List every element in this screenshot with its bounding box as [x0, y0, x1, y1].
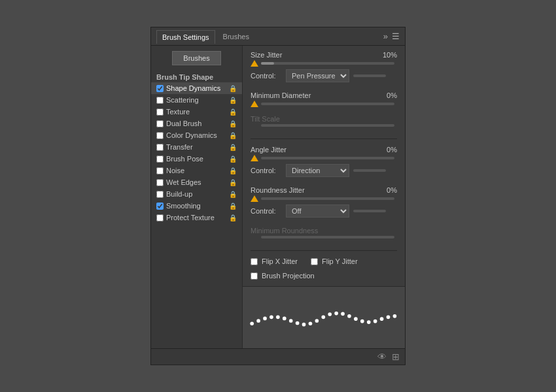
control3-select[interactable]: Off Fade Pen Pressure [286, 204, 349, 218]
menu-icon[interactable]: ☰ [392, 31, 400, 41]
min-diameter-value: 0% [371, 91, 397, 99]
size-jitter-slider[interactable] [261, 62, 394, 65]
sidebar-item-protect-texture[interactable]: Protect Texture 🔒 [151, 212, 242, 223]
tab-brushes[interactable]: Brushes [218, 30, 254, 43]
label-dual-brush: Dual Brush [166, 120, 226, 127]
label-color-dynamics: Color Dynamics [166, 131, 226, 139]
brush-tip-shape-label: Brush Tip Shape [151, 71, 242, 82]
flip-x-row: Flip X Jitter [251, 257, 298, 265]
checkbox-dual-brush[interactable] [156, 120, 164, 127]
eye-icon[interactable]: 👁 [377, 351, 387, 362]
sidebar-item-texture[interactable]: Texture 🔒 [151, 106, 242, 118]
sidebar-item-dual-brush[interactable]: Dual Brush 🔒 [151, 118, 242, 129]
angle-jitter-slider[interactable] [261, 157, 394, 159]
label-protect-texture: Protect Texture [166, 214, 226, 221]
brush-projection-checkbox[interactable] [251, 272, 258, 280]
min-roundness-row: Minimum Roundness [251, 227, 397, 235]
checkbox-scattering[interactable] [156, 97, 164, 104]
svg-point-4 [276, 315, 280, 319]
tilt-scale-slider [261, 124, 394, 127]
min-roundness-label: Minimum Roundness [251, 227, 329, 235]
label-wet-edges: Wet Edges [166, 178, 226, 186]
checkbox-texture[interactable] [156, 108, 164, 116]
sidebar-item-noise[interactable]: Noise 🔒 [151, 165, 242, 176]
control1-row: Control: Off Fade Pen Pressure Pen Tilt … [251, 69, 397, 82]
control2-row: Control: Off Fade Direction Pen Pressure [251, 164, 397, 177]
checkbox-color-dynamics[interactable] [156, 132, 164, 139]
sidebar-item-color-dynamics[interactable]: Color Dynamics 🔒 [151, 129, 242, 141]
flip-x-checkbox[interactable] [251, 258, 258, 265]
control1-select[interactable]: Off Fade Pen Pressure Pen Tilt Stylus Wh… [286, 69, 349, 82]
lock-icon-build-up: 🔒 [229, 191, 237, 198]
svg-point-0 [250, 321, 254, 325]
label-smoothing: Smoothing [166, 202, 226, 210]
lock-icon-wet-edges: 🔒 [229, 179, 237, 186]
tilt-scale-slider-row [251, 124, 397, 127]
control2-select[interactable]: Off Fade Direction Pen Pressure [286, 164, 349, 177]
checkbox-wet-edges[interactable] [156, 179, 164, 186]
panel-footer: 👁 ⊞ [151, 348, 405, 365]
label-shape-dynamics: Shape Dynamics [166, 84, 226, 92]
control3-mini-slider[interactable] [353, 210, 386, 212]
forward-icon[interactable]: » [383, 31, 388, 41]
checkbox-smoothing[interactable] [156, 203, 164, 210]
svg-point-15 [347, 314, 351, 318]
min-diameter-slider-row [251, 101, 397, 107]
warning-triangle-roundness [251, 195, 258, 202]
svg-point-10 [315, 319, 319, 323]
lock-icon-color-dynamics: 🔒 [229, 132, 237, 139]
label-scattering: Scattering [166, 96, 226, 104]
lock-icon-brush-pose: 🔒 [229, 155, 237, 163]
brush-stroke [250, 312, 396, 327]
size-jitter-fill [261, 62, 274, 65]
control2-mini-slider[interactable] [353, 169, 386, 172]
sidebar-item-wet-edges[interactable]: Wet Edges 🔒 [151, 176, 242, 188]
svg-point-13 [334, 312, 338, 316]
label-brush-pose: Brush Pose [166, 155, 226, 163]
svg-point-11 [321, 315, 325, 319]
brushes-button[interactable]: Brushes [172, 51, 220, 65]
tab-brush-settings[interactable]: Brush Settings [156, 30, 215, 44]
sidebar-item-brush-pose[interactable]: Brush Pose 🔒 [151, 153, 242, 165]
sidebar-item-smoothing[interactable]: Smoothing 🔒 [151, 200, 242, 212]
min-diameter-slider[interactable] [261, 103, 394, 105]
svg-point-8 [302, 323, 306, 327]
svg-point-18 [367, 320, 371, 324]
checkbox-protect-texture[interactable] [156, 214, 164, 221]
sidebar: Brushes Brush Tip Shape Shape Dynamics 🔒… [151, 46, 243, 348]
tilt-scale-label: Tilt Scale [251, 115, 329, 123]
flip-y-checkbox[interactable] [311, 258, 318, 265]
svg-point-12 [328, 312, 332, 316]
checkbox-build-up[interactable] [156, 191, 164, 198]
angle-jitter-group: Angle Jitter 0% Control: Off Fade Direct… [251, 146, 397, 181]
checkbox-noise[interactable] [156, 167, 164, 174]
roundness-jitter-slider[interactable] [261, 197, 394, 200]
lock-icon-transfer: 🔒 [229, 144, 237, 151]
control1-mini-slider[interactable] [353, 74, 386, 77]
size-jitter-row: Size Jitter 10% [251, 51, 397, 59]
roundness-jitter-slider-row [251, 195, 397, 202]
new-icon[interactable]: ⊞ [392, 351, 400, 362]
min-roundness-slider [261, 236, 394, 238]
sidebar-item-transfer[interactable]: Transfer 🔒 [151, 141, 242, 153]
checkbox-transfer[interactable] [156, 144, 164, 151]
svg-point-9 [309, 321, 313, 325]
svg-point-1 [256, 319, 260, 323]
sidebar-item-build-up[interactable]: Build-up 🔒 [151, 188, 242, 200]
checkbox-shape-dynamics[interactable] [156, 85, 164, 92]
roundness-jitter-row: Roundness Jitter 0% [251, 186, 397, 194]
size-jitter-group: Size Jitter 10% Control: Off Fade Pen Pr… [251, 51, 397, 86]
tilt-scale-group: Tilt Scale [251, 115, 397, 129]
svg-point-3 [269, 315, 273, 319]
sidebar-item-shape-dynamics[interactable]: Shape Dynamics 🔒 [151, 82, 242, 94]
lock-icon-scattering: 🔒 [229, 97, 237, 104]
control1-label: Control: [251, 72, 282, 80]
checkbox-brush-pose[interactable] [156, 155, 164, 163]
roundness-jitter-value: 0% [371, 186, 397, 194]
panel-header: Brush Settings Brushes » ☰ [151, 27, 405, 46]
sidebar-item-scattering[interactable]: Scattering 🔒 [151, 94, 242, 106]
divider1 [251, 139, 397, 139]
svg-point-19 [374, 319, 377, 323]
checkboxes-row: Flip X Jitter Flip Y Jitter [251, 257, 397, 267]
control2-label: Control: [251, 167, 282, 174]
